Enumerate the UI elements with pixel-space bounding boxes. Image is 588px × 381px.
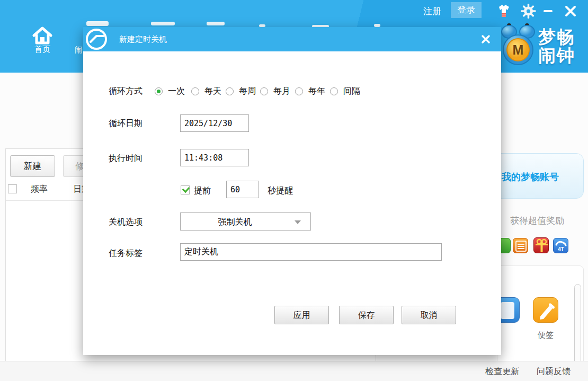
home-icon [31, 25, 54, 45]
settings-gear-icon[interactable] [521, 4, 536, 19]
radio-circle [260, 87, 268, 95]
dialog-header: 新建定时关机 [83, 27, 501, 51]
new-task-button[interactable]: 新建 [10, 155, 55, 177]
remind-suffix-label: 秒提醒 [268, 185, 293, 197]
radio-label: 每周 [239, 86, 256, 97]
close-icon[interactable] [565, 5, 576, 17]
dialog-close-icon[interactable] [480, 34, 491, 45]
loop-mode-label: 循环方式 [109, 86, 142, 97]
skin-shirt-icon[interactable] [496, 4, 512, 18]
brand-name-line1: 梦畅 [538, 28, 575, 46]
radio-yearly[interactable]: 每年 [295, 86, 325, 97]
screen-glyph [501, 302, 514, 319]
task-label-label: 任务标签 [109, 248, 142, 259]
lottery-icon[interactable] [513, 238, 528, 253]
save-button[interactable]: 保存 [339, 306, 394, 324]
pencil-icon [533, 298, 559, 323]
radio-weekly[interactable]: 每周 [226, 86, 256, 97]
dialog-title: 新建定时关机 [119, 34, 167, 45]
notes-icon[interactable] [533, 297, 558, 323]
radio-label: 一次 [168, 86, 185, 97]
4t-badge-text: 4T [558, 246, 564, 252]
dropdown-arrow-icon [295, 220, 301, 224]
radio-monthly[interactable]: 每月 [260, 86, 290, 97]
register-link[interactable]: 注册 [423, 5, 441, 17]
logo-letter: M [513, 42, 524, 57]
notes-label: 便签 [530, 330, 562, 340]
shutdown-option-select[interactable]: 强制关机 [180, 212, 311, 231]
nav-icon-fragment [86, 21, 109, 26]
radio-label: 每天 [204, 86, 221, 97]
status-bar: 检查更新 问题反馈 [0, 361, 588, 381]
radio-interval[interactable]: 间隔 [330, 86, 360, 97]
task-label-input[interactable] [180, 243, 442, 261]
column-frequency: 频率 [31, 184, 48, 195]
loop-date-input[interactable] [180, 114, 249, 132]
login-button[interactable]: 登录 [451, 2, 482, 18]
minimize-icon[interactable] [544, 10, 553, 12]
radio-circle [191, 87, 199, 95]
nav-item-clock-partial[interactable]: 闹钟 [75, 45, 83, 55]
gift-icon[interactable] [533, 237, 549, 253]
remind-prefix-label: 提前 [194, 185, 211, 197]
new-shutdown-dialog: 新建定时关机 循环方式 一次 每天 每周 每月 每年 间隔 [83, 27, 501, 355]
radio-circle [155, 87, 163, 95]
4t-app-icon[interactable]: 4T [553, 238, 568, 253]
shutdown-option-label: 关机选项 [109, 217, 142, 228]
remind-checkbox[interactable] [181, 185, 190, 194]
radio-circle [330, 87, 338, 95]
radio-once[interactable]: 一次 [155, 86, 185, 97]
dialog-clock-icon [85, 28, 108, 50]
shutdown-option-value: 强制关机 [181, 217, 289, 228]
cancel-button[interactable]: 取消 [402, 306, 456, 324]
radio-daily[interactable]: 每天 [191, 86, 221, 97]
radio-label: 每月 [273, 86, 290, 97]
nav-home-label: 首页 [28, 45, 57, 55]
loop-date-label: 循环日期 [109, 118, 142, 129]
brand-name-line2: 闹钟 [538, 47, 575, 64]
radio-circle [295, 87, 303, 95]
nav-icon-fragment [207, 22, 225, 25]
apply-button[interactable]: 应用 [274, 306, 329, 324]
nav-icon-fragment [151, 22, 175, 25]
brand-alarm-clock-logo: M [500, 22, 536, 70]
app-window: 首页 闹钟 注册 登录 [0, 0, 588, 381]
radio-label: 每年 [308, 86, 325, 97]
radio-circle [226, 87, 234, 95]
nav-item-home[interactable]: 首页 [28, 25, 57, 54]
radio-label: 间隔 [343, 86, 360, 97]
select-all-checkbox[interactable] [8, 184, 17, 193]
rewards-text: 获得超值奖励 [510, 215, 564, 227]
feedback-link[interactable]: 问题反馈 [537, 366, 571, 377]
remind-seconds-input[interactable] [226, 181, 259, 198]
exec-time-label: 执行时间 [109, 153, 142, 164]
check-update-link[interactable]: 检查更新 [485, 366, 519, 377]
exec-time-input[interactable] [180, 149, 249, 166]
